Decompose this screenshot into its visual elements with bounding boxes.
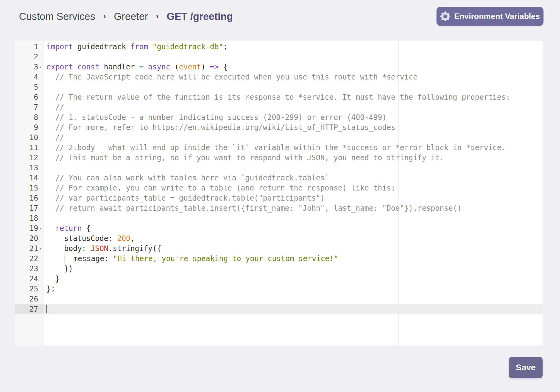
code-line-text[interactable] xyxy=(44,163,543,173)
code-line-text[interactable] xyxy=(44,213,543,224)
editor-line[interactable]: 22 message: "Hi there, you're speaking t… xyxy=(15,254,543,264)
token-pl xyxy=(73,63,77,71)
token-cm: // For example, you can write to a table… xyxy=(46,184,396,192)
code-line-text[interactable]: body: JSON.stringify({ xyxy=(44,244,543,254)
token-pl xyxy=(148,43,152,51)
code-line-text[interactable]: export const handler = async (event) => … xyxy=(44,62,543,72)
fold-arrow-icon[interactable]: ▾ xyxy=(38,224,43,234)
code-line-text[interactable]: // The JavaScript code here will be exec… xyxy=(44,72,543,82)
token-cm: // var participants_table = guidedtrack.… xyxy=(46,194,325,202)
token-err: JSON xyxy=(91,244,109,253)
editor-lines[interactable]: 1import guidedtrack from "guidedtrack-db… xyxy=(15,41,543,314)
editor-line[interactable]: 24 } xyxy=(15,274,543,284)
token-num: event xyxy=(179,63,201,71)
code-line-text[interactable]: statusCode: 200, xyxy=(44,234,543,244)
fold-arrow-icon[interactable]: ▾ xyxy=(38,244,43,254)
line-number: 23 xyxy=(15,264,44,274)
token-pl: }) xyxy=(46,264,73,273)
line-number: 4 xyxy=(15,72,44,82)
token-pl: { xyxy=(82,224,91,233)
token-cm: // 1. statusCode - a number indicating s… xyxy=(46,113,387,122)
code-line-text[interactable]: import guidedtrack from "guidedtrack-db"… xyxy=(44,42,543,52)
line-number: 13 xyxy=(15,163,44,173)
breadcrumb-greeter[interactable]: Greeter xyxy=(114,11,148,22)
token-pl: guidedtrack xyxy=(73,43,131,51)
editor-line[interactable]: 16 // var participants_table = guidedtra… xyxy=(15,193,543,203)
editor-line[interactable]: 19▾ return { xyxy=(15,224,543,234)
code-line-text[interactable]: // 1. statusCode - a number indicating s… xyxy=(44,113,543,123)
breadcrumb-custom-services[interactable]: Custom Services xyxy=(19,11,95,22)
code-line-text[interactable]: // For more, refer to https://en.wikiped… xyxy=(44,123,543,133)
editor-line[interactable]: 7 // xyxy=(15,102,543,113)
token-kw: async xyxy=(148,63,170,71)
code-line-text[interactable] xyxy=(44,52,543,62)
gear-icon xyxy=(440,11,450,21)
environment-variables-button[interactable]: Environment Variables xyxy=(437,7,543,26)
code-line-text[interactable]: }; xyxy=(44,284,543,294)
editor-line[interactable]: 9 // For more, refer to https://en.wikip… xyxy=(15,123,543,133)
editor-line[interactable]: 10 // xyxy=(15,133,543,143)
code-line-text[interactable]: } xyxy=(44,274,543,284)
editor-line[interactable]: 18 xyxy=(15,213,543,224)
code-line-text[interactable] xyxy=(44,294,543,304)
line-number: 11 xyxy=(15,143,44,153)
token-cm: // You can also work with tables here vi… xyxy=(46,174,329,182)
token-pl: ( xyxy=(170,63,179,71)
token-pl: ; xyxy=(223,43,227,51)
editor-line[interactable]: 14 // You can also work with tables here… xyxy=(15,173,543,183)
editor-line[interactable]: 21▾ body: JSON.stringify({ xyxy=(15,244,543,254)
code-line-text[interactable]: return { xyxy=(44,224,543,234)
editor-line[interactable]: 3▾export const handler = async (event) =… xyxy=(15,62,543,72)
code-line-text[interactable]: // var participants_table = guidedtrack.… xyxy=(44,193,543,203)
editor-line[interactable]: 13 xyxy=(15,163,543,173)
code-line-text[interactable]: // The return value of the function is i… xyxy=(44,92,543,102)
token-cm: // 2.body - what will end up inside the … xyxy=(46,143,506,152)
editor-line[interactable]: 11 // 2.body - what will end up inside t… xyxy=(15,143,543,153)
fold-arrow-icon[interactable]: ▾ xyxy=(38,62,43,72)
editor-line[interactable]: 23 }) xyxy=(15,264,543,274)
token-cm: // xyxy=(46,133,64,142)
editor-line[interactable]: 5 xyxy=(15,82,543,92)
text-cursor xyxy=(46,305,47,313)
token-num: 200 xyxy=(117,234,130,243)
line-number: 21▾ xyxy=(15,244,44,254)
editor-line[interactable]: 6 // The return value of the function is… xyxy=(15,92,543,102)
code-line-text[interactable]: // xyxy=(44,102,543,113)
line-number: 10 xyxy=(15,133,44,143)
editor-line[interactable]: 15 // For example, you can write to a ta… xyxy=(15,183,543,193)
editor-line[interactable]: 27 xyxy=(15,304,543,314)
code-editor[interactable]: 1import guidedtrack from "guidedtrack-db… xyxy=(15,41,543,346)
editor-line[interactable]: 4 // The JavaScript code here will be ex… xyxy=(15,72,543,82)
token-guide xyxy=(64,254,73,263)
editor-line[interactable]: 17 // return await participants_table.in… xyxy=(15,203,543,213)
token-kw: return xyxy=(55,224,82,233)
editor-line[interactable]: 2 xyxy=(15,52,543,62)
code-line-text[interactable]: // You can also work with tables here vi… xyxy=(44,173,543,183)
code-line-text[interactable] xyxy=(44,82,543,92)
editor-line[interactable]: 26 xyxy=(15,294,543,304)
token-pl xyxy=(46,254,64,263)
code-line-text[interactable]: // xyxy=(44,133,543,143)
editor-line[interactable]: 8 // 1. statusCode - a number indicating… xyxy=(15,113,543,123)
editor-line[interactable]: 25}; xyxy=(15,284,543,294)
breadcrumb: Custom Services › Greeter › GET /greetin… xyxy=(19,8,233,25)
code-line-text[interactable]: // This must be a string, so if you want… xyxy=(44,153,543,163)
code-line-text[interactable]: message: "Hi there, you're speaking to y… xyxy=(44,254,543,264)
token-pl xyxy=(144,63,148,71)
line-number: 16 xyxy=(15,193,44,203)
line-number: 20 xyxy=(15,234,44,244)
token-pl: .stringify({ xyxy=(108,244,161,253)
code-line-text[interactable]: // For example, you can write to a table… xyxy=(44,183,543,193)
code-line-text[interactable]: // return await participants_table.inser… xyxy=(44,203,543,213)
line-number: 7 xyxy=(15,102,44,113)
editor-line[interactable]: 12 // This must be a string, so if you w… xyxy=(15,153,543,163)
line-number: 17 xyxy=(15,203,44,213)
save-button[interactable]: Save xyxy=(509,357,543,378)
code-line-text[interactable]: // 2.body - what will end up inside the … xyxy=(44,143,543,153)
editor-line[interactable]: 20 statusCode: 200, xyxy=(15,234,543,244)
code-line-text[interactable] xyxy=(44,304,543,314)
token-pl: } xyxy=(46,275,60,283)
code-line-text[interactable]: }) xyxy=(44,264,543,274)
line-number: 8 xyxy=(15,113,44,123)
editor-line[interactable]: 1import guidedtrack from "guidedtrack-db… xyxy=(15,42,543,52)
